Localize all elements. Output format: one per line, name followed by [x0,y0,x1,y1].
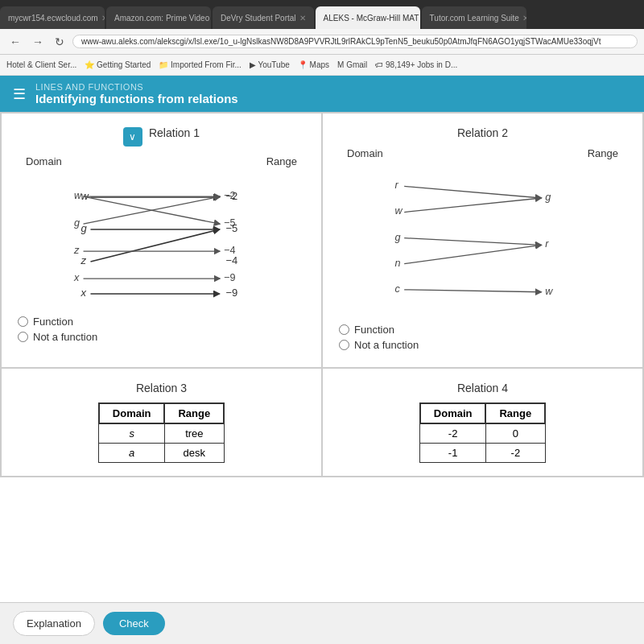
forward-button[interactable]: → [29,34,47,50]
table-row: -2 0 [420,423,545,444]
svg-line-37 [404,238,541,246]
browser-window: mycwr154.ecwcloud.com ✕ Amazon.com: Prim… [0,0,644,644]
bookmark-youtube[interactable]: ▶ YouTube [250,60,290,69]
svg-line-35 [404,186,541,198]
relation-3-table: Domain Range s tree a desk [98,402,225,463]
relation-3-range-header: Range [164,403,224,423]
relation-2-domain-label: Domain [347,147,383,159]
bottom-bar: Explanation Check [0,602,644,644]
reload-button[interactable]: ↻ [52,34,68,50]
relation-1-dropdown[interactable]: ∨ [123,127,142,147]
rel4-row2-domain: -1 [420,444,486,463]
relation-4-title: Relation 4 [339,382,626,394]
bookmark-imported[interactable]: 📁 Imported From Fir... [159,60,242,69]
rel4-row1-domain: -2 [420,423,486,444]
svg-text:w: w [395,205,403,217]
page-title: Identifying functions from relations [35,92,238,105]
relation-1-range-label: Range [266,155,297,167]
svg-text:−2: −2 [224,190,235,201]
svg-line-39 [404,290,541,292]
relation-1-function-label: Function [33,316,73,328]
relation-2-notfunction-radio[interactable] [339,340,349,350]
svg-text:−5: −5 [224,217,235,229]
relation-2-notfunction-option[interactable]: Not a function [339,339,626,351]
relation-1-diagram: w g z x −2 −5 −4 −9 [18,177,305,306]
relation-1-headers: Domain Range [18,155,305,167]
relation-2-notfunction-label: Not a function [354,339,419,351]
svg-text:z: z [73,245,80,256]
relation-3-cell: Relation 3 Domain Range s tree [1,368,322,477]
svg-text:r: r [545,238,549,250]
check-button[interactable]: Check [103,612,165,635]
bookmark-maps[interactable]: 📍 Maps [298,60,329,69]
relation-4-table: Domain Range -2 0 -1 -2 [419,402,546,463]
relation-2-function-radio[interactable] [339,324,349,335]
tab-close-icon[interactable]: ✕ [522,14,526,23]
relation-3-domain-header: Domain [99,403,165,423]
rel3-row1-range: tree [164,423,224,444]
svg-text:x: x [73,272,80,283]
bookmark-hotel[interactable]: Hotel & Client Ser... [6,60,76,69]
svg-text:g: g [395,232,401,243]
bookmark-getting-started[interactable]: ⭐ Getting Started [85,60,151,69]
address-input[interactable]: www-awu.aleks.com/alekscgi/x/lsl.exe/1o_… [72,35,638,48]
relation-2-title: Relation 2 [339,126,626,139]
svg-text:−9: −9 [224,272,235,283]
header-text: LINES AND FUNCTIONS Identifying function… [35,82,238,105]
relation-3-title: Relation 3 [18,382,305,394]
relation-1-title-row: ∨ Relation 1 [18,126,305,147]
svg-text:c: c [395,283,401,295]
rel3-row2-domain: a [99,444,165,463]
back-button[interactable]: ← [6,34,24,50]
relation-2-cell: Relation 2 Domain Range [322,113,643,368]
relation-1-notfunction-label: Not a function [33,331,97,343]
table-row: -1 -2 [420,444,545,463]
relation-2-arrows: r w g n c g r w [339,169,626,314]
breadcrumb: LINES AND FUNCTIONS [35,82,238,92]
relation-1-function-option[interactable]: Function [18,316,305,328]
relation-1-arrows: w g z x −2 −5 −4 −9 [18,177,305,306]
tab-bar: mycwr154.ecwcloud.com ✕ Amazon.com: Prim… [0,0,644,29]
tab-aleks[interactable]: ALEKS - McGraw-Hill MAT ✕ [316,6,420,29]
page-content: ☰ LINES AND FUNCTIONS Identifying functi… [0,76,644,644]
relation-2-range-label: Range [588,147,618,159]
rel3-row2-range: desk [164,444,224,463]
rel4-row2-range: -2 [485,444,545,463]
relation-1-function-radio[interactable] [18,316,28,327]
table-row: a desk [99,444,224,463]
svg-text:r: r [395,180,399,191]
rel3-row1-domain: s [99,423,165,444]
tab-devry[interactable]: DeVry Student Portal ✕ [213,6,314,29]
relation-2-function-option[interactable]: Function [339,324,626,336]
svg-line-38 [404,245,541,263]
tab-tutor[interactable]: Tutor.com Learning Suite ✕ [422,6,526,29]
relation-1-domain-label: Domain [26,155,62,167]
svg-text:w: w [545,286,553,297]
relation-1-notfunction-radio[interactable] [18,332,28,342]
address-bar-row: ← → ↻ www-awu.aleks.com/alekscgi/x/lsl.e… [0,29,644,55]
tab-amazon[interactable]: Amazon.com: Prime Video ✕ [106,6,211,29]
relation-1-cell: ∨ Relation 1 Domain Range w g z x [1,113,322,368]
relation-1-title: Relation 1 [149,126,200,139]
explanation-button[interactable]: Explanation [13,611,95,636]
svg-text:n: n [395,258,401,269]
relations-grid: ∨ Relation 1 Domain Range w g z x [0,112,644,477]
relation-2-headers: Domain Range [339,147,626,159]
quiz-area: ∨ Relation 1 Domain Range w g z x [0,112,644,602]
bookmarks-bar: Hotel & Client Ser... ⭐ Getting Started … [0,55,644,76]
svg-text:g: g [545,192,551,203]
aleks-header: ☰ LINES AND FUNCTIONS Identifying functi… [0,76,644,112]
hamburger-icon[interactable]: ☰ [13,85,26,103]
bookmark-gmail[interactable]: M Gmail [337,60,367,69]
relation-4-cell: Relation 4 Domain Range -2 0 [322,368,643,477]
svg-line-36 [404,198,541,213]
tab-close-icon[interactable]: ✕ [101,14,105,23]
tab-mycwr[interactable]: mycwr154.ecwcloud.com ✕ [0,6,105,29]
relation-1-notfunction-option[interactable]: Not a function [18,331,305,343]
tab-close-icon[interactable]: ✕ [299,14,306,23]
bookmark-jobs[interactable]: 🏷 98,149+ Jobs in D... [375,60,457,69]
svg-text:w: w [74,190,82,201]
rel4-row1-range: 0 [485,423,545,444]
relation-2-diagram: r w g n c g r w [339,169,626,314]
svg-text:g: g [74,217,80,229]
